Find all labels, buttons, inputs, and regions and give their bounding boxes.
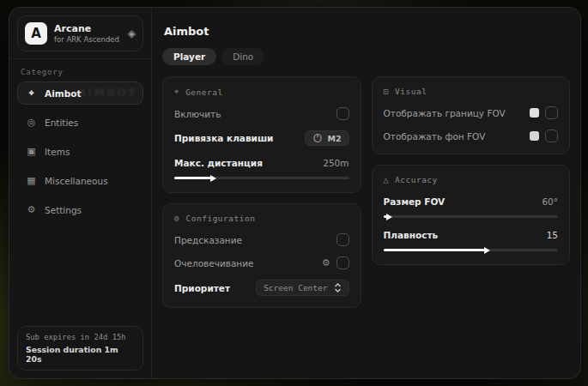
- prediction-row: Предсказание: [174, 233, 349, 246]
- fov-border-checkbox[interactable]: [545, 106, 558, 119]
- app-subtitle: for ARK Ascended: [54, 35, 121, 45]
- general-panel: ⌖ General Включить Привязка клавиши: [162, 76, 361, 193]
- fov-size-label: Размер FOV: [384, 196, 446, 207]
- smoothness-row: Плавность 15: [384, 228, 559, 241]
- humanization-checkbox[interactable]: [336, 256, 349, 269]
- configuration-panel-header: ⚙ Configuration: [174, 214, 349, 223]
- panel-title: Accuracy: [395, 175, 438, 184]
- grid-icon: ▦: [26, 175, 37, 186]
- priority-value: Screen Center: [264, 283, 327, 293]
- compass-icon[interactable]: ◈: [128, 27, 136, 39]
- subscription-card: Sub expires in 24d 15h Session duration …: [17, 326, 143, 371]
- max-distance-label: Макс. дистанция: [174, 158, 263, 168]
- enable-checkbox[interactable]: [336, 107, 349, 120]
- priority-row: Приоритет Screen Center: [174, 280, 349, 296]
- slider-thumb[interactable]: [386, 214, 392, 220]
- right-column: ⊡ Visual Отображать границу FOV Отобража…: [372, 76, 571, 265]
- page-title: Aimbot: [164, 25, 570, 38]
- panel-grid: ⌖ General Включить Привязка клавиши: [162, 76, 570, 308]
- panel-title: General: [185, 87, 223, 97]
- triangle-icon: △: [384, 175, 390, 184]
- app-title-block: Arcane for ARK Ascended: [54, 23, 121, 44]
- fov-bg-label: Отображать фон FOV: [384, 131, 486, 142]
- configuration-panel: ⚙ Configuration Предсказание Очеловечива…: [162, 203, 361, 308]
- humanization-label: Очеловечивание: [174, 258, 254, 268]
- smoothness-label: Плавность: [384, 230, 439, 240]
- app-name: Arcane: [54, 23, 121, 35]
- scan-icon: ◎: [26, 117, 37, 128]
- sub-expires-text: Sub expires in 24d 15h: [26, 333, 135, 341]
- general-panel-header: ⌖ General: [174, 87, 349, 97]
- priority-label: Приоритет: [174, 283, 230, 293]
- sidebar-item-label: Aimbot: [45, 88, 81, 99]
- sidebar-menu: ⌖ Aimbot Aimbot ◎ Entities ▣ Items ▦ Mis…: [9, 81, 151, 221]
- sidebar-item-items[interactable]: ▣ Items: [17, 140, 143, 163]
- keybind-label: Привязка клавиши: [174, 133, 273, 143]
- smoothness-value: 15: [547, 230, 558, 240]
- app-header-card: A Arcane for ARK Ascended ◈: [17, 15, 143, 51]
- slider-thumb[interactable]: [484, 247, 490, 254]
- sidebar-item-aimbot[interactable]: ⌖ Aimbot Aimbot: [17, 81, 143, 105]
- keybind-value: M2: [327, 134, 341, 143]
- humanization-row: Очеловечивание ⚙: [174, 256, 349, 269]
- visual-panel: ⊡ Visual Отображать границу FOV Отобража…: [372, 76, 571, 154]
- panel-title: Visual: [395, 87, 427, 96]
- slider-thumb[interactable]: [210, 175, 216, 182]
- fov-size-slider[interactable]: [384, 215, 559, 218]
- fov-bg-row: Отображать фон FOV: [384, 130, 559, 142]
- fov-bg-color-swatch[interactable]: [530, 131, 539, 141]
- left-column: ⌖ General Включить Привязка клавиши: [162, 76, 361, 308]
- tab-player[interactable]: Player: [162, 48, 216, 65]
- tab-dino[interactable]: Dino: [221, 48, 264, 65]
- keybind-row: Привязка клавиши M2: [174, 130, 349, 146]
- crosshair-icon: ⌖: [26, 87, 37, 99]
- crosshair-icon: ⌖: [174, 87, 179, 97]
- sidebar: A Arcane for ARK Ascended ◈ Category ⌖ A…: [9, 8, 152, 378]
- fov-border-color-swatch[interactable]: [530, 108, 539, 118]
- humanization-settings-icon[interactable]: ⚙: [322, 257, 330, 268]
- enable-label: Включить: [174, 109, 221, 119]
- max-distance-slider[interactable]: [174, 177, 349, 179]
- keybind-button[interactable]: M2: [305, 130, 349, 146]
- visual-panel-header: ⊡ Visual: [384, 87, 559, 96]
- chevron-up-down-icon: [334, 283, 342, 293]
- eye-icon: ⊡: [384, 87, 390, 96]
- gear-icon: ⚙: [26, 204, 37, 215]
- mouse-icon: [312, 133, 323, 143]
- gear-icon: ⚙: [174, 214, 180, 223]
- prediction-label: Предсказание: [174, 235, 242, 245]
- fov-bg-checkbox[interactable]: [545, 130, 558, 142]
- panel-title: Configuration: [186, 214, 256, 223]
- smoothness-slider[interactable]: [384, 249, 559, 251]
- prediction-checkbox[interactable]: [336, 233, 349, 246]
- main-content: Aimbot Player Dino ⌖ General Включить: [152, 8, 580, 378]
- sidebar-item-label: Miscellaneous: [45, 176, 108, 186]
- box-icon: ▣: [26, 146, 37, 157]
- fov-size-row: Размер FOV 60°: [384, 195, 559, 208]
- sidebar-footer: Sub expires in 24d 15h Session duration …: [9, 319, 151, 378]
- sidebar-item-settings[interactable]: ⚙ Settings: [17, 198, 143, 221]
- aimbot-ghost-decoration: Aimbot: [77, 86, 137, 99]
- tab-bar: Player Dino: [162, 48, 570, 65]
- slider-fill: [174, 177, 211, 179]
- sidebar-item-label: Items: [45, 147, 70, 157]
- accuracy-panel: △ Accuracy Размер FOV 60° Плавность: [372, 165, 571, 265]
- max-distance-row: Макс. дистанция 250m: [174, 156, 349, 169]
- fov-border-row: Отображать границу FOV: [384, 106, 559, 119]
- sidebar-item-label: Entities: [45, 118, 78, 128]
- sidebar-item-entities[interactable]: ◎ Entities: [17, 111, 143, 134]
- priority-dropdown[interactable]: Screen Center: [256, 280, 349, 296]
- max-distance-value: 250m: [323, 158, 349, 168]
- slider-fill: [384, 215, 387, 218]
- enable-row: Включить: [174, 107, 349, 120]
- category-label: Category: [9, 59, 151, 81]
- sidebar-item-miscellaneous[interactable]: ▦ Miscellaneous: [17, 169, 143, 192]
- app-logo: A: [25, 22, 47, 45]
- fov-size-value: 60°: [542, 196, 558, 207]
- app-window: A Arcane for ARK Ascended ◈ Category ⌖ A…: [9, 7, 581, 379]
- sidebar-header: A Arcane for ARK Ascended ◈: [9, 8, 151, 59]
- accuracy-panel-header: △ Accuracy: [384, 175, 559, 184]
- slider-fill: [384, 249, 485, 251]
- sidebar-item-label: Settings: [45, 205, 82, 215]
- session-duration-text: Session duration 1m 20s: [26, 345, 135, 364]
